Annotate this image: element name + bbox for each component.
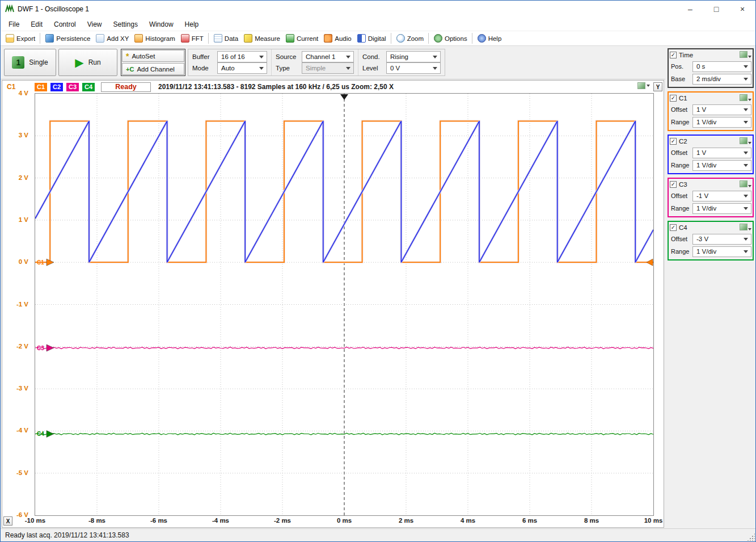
- x-tick-label: -4 ms: [204, 517, 238, 524]
- settings-group: ✓ C4 Offset -3 V Range 1 V/di: [668, 221, 754, 261]
- trigger-level-marker[interactable]: [647, 259, 653, 266]
- close-button[interactable]: ×: [729, 1, 755, 18]
- row-select[interactable]: 0 s: [692, 61, 751, 72]
- row-select[interactable]: 1 V/div: [692, 203, 751, 214]
- group-settings-icon[interactable]: [740, 224, 751, 232]
- toolbar-button[interactable]: Measure: [241, 33, 283, 44]
- menu-item[interactable]: View: [82, 19, 108, 30]
- toolbar-button[interactable]: Options: [428, 33, 470, 44]
- toolbar-label: Current: [297, 35, 318, 42]
- channel-badge[interactable]: C4: [82, 83, 95, 91]
- y-axis-labels: 4 V3 V2 V1 V0 V-1 V-2 V-3 V-4 V-5 V-6 V: [2, 94, 32, 515]
- type-label: Type: [276, 65, 302, 72]
- toolbar-label: Persistence: [56, 35, 90, 42]
- group-settings-icon[interactable]: [740, 94, 751, 103]
- plot-settings-icon[interactable]: [637, 82, 650, 89]
- toolbar-button[interactable]: Persistence: [40, 33, 93, 44]
- run-button[interactable]: ▶ Run: [58, 49, 117, 76]
- checkbox[interactable]: ✓: [670, 181, 677, 188]
- x-tick-label: 4 ms: [451, 517, 485, 524]
- group-settings-icon[interactable]: [740, 180, 751, 189]
- checkbox[interactable]: ✓: [670, 224, 677, 231]
- control-bar: 1 Single ▶ Run * AutoSet +C Add Channel …: [1, 46, 755, 79]
- checkbox[interactable]: ✓: [670, 52, 677, 58]
- add-channel-button[interactable]: +C Add Channel: [122, 63, 184, 75]
- toolbar-button[interactable]: Zoom: [391, 33, 426, 44]
- minimize-button[interactable]: –: [677, 1, 703, 18]
- y-tick-label: -3 V: [16, 385, 28, 392]
- row-label: Pos.: [670, 63, 691, 70]
- row-select[interactable]: 1 V/div: [692, 160, 751, 171]
- row-select[interactable]: 2 ms/div: [692, 74, 751, 85]
- options-icon: [434, 34, 442, 43]
- chevron-down-icon: [747, 56, 751, 58]
- offset-marker-C3[interactable]: [47, 344, 54, 351]
- trigger-position-marker[interactable]: [340, 94, 348, 100]
- toolbar-button[interactable]: Audio: [321, 33, 354, 44]
- toolbar-button[interactable]: FFT: [178, 33, 206, 44]
- toolbar-button[interactable]: Export: [3, 33, 38, 44]
- toolbar-button[interactable]: Data: [208, 33, 241, 44]
- offset-marker-C4[interactable]: [47, 431, 54, 438]
- settings-row: Range 1 V/div: [670, 245, 751, 258]
- add-channel-label: Add Channel: [137, 66, 175, 73]
- row-select[interactable]: 1 V: [692, 148, 751, 158]
- toolbar-button[interactable]: Digital: [354, 33, 389, 44]
- zoom-icon: [396, 34, 405, 43]
- cond-select[interactable]: Rising: [386, 51, 441, 62]
- acquisition-settings: Buffer 16 of 16 Mode Auto Source: [188, 49, 445, 76]
- type-select[interactable]: Simple: [302, 62, 354, 74]
- settings-row: Base 2 ms/div: [670, 73, 751, 85]
- menu-item[interactable]: Edit: [25, 19, 48, 30]
- source-select[interactable]: Channel 1: [302, 51, 354, 62]
- checkbox[interactable]: ✓: [670, 95, 677, 102]
- group-settings-icon[interactable]: [740, 51, 751, 60]
- scope-panel: C1 C1C2C3C4 Ready 2019/11/12 13:41:13.58…: [2, 80, 664, 528]
- level-select[interactable]: 0 V: [386, 62, 441, 74]
- toolbar-button[interactable]: Add XY: [93, 33, 132, 44]
- settings-icon: [740, 137, 747, 144]
- menu-item[interactable]: Help: [179, 19, 205, 30]
- channel-badge[interactable]: C1: [35, 83, 47, 91]
- row-select[interactable]: -1 V: [692, 191, 751, 201]
- y-axis-button[interactable]: Y: [653, 82, 662, 91]
- y-tick-label: 3 V: [19, 132, 28, 138]
- menu-item[interactable]: Settings: [108, 19, 143, 30]
- row-select[interactable]: 1 V/div: [692, 246, 751, 257]
- row-select[interactable]: -3 V: [692, 234, 751, 245]
- single-button[interactable]: 1 Single: [4, 49, 56, 76]
- chevron-down-icon: [646, 85, 650, 87]
- resize-grip[interactable]: [747, 533, 755, 541]
- plot-area[interactable]: C1C3C4: [35, 93, 654, 516]
- chevron-down-icon: [742, 65, 750, 68]
- maximize-button[interactable]: □: [703, 1, 729, 18]
- x-tick-label: -6 ms: [142, 517, 176, 524]
- autoset-icon: *: [126, 52, 129, 61]
- toolbar-button[interactable]: Histogram: [132, 33, 178, 44]
- checkbox[interactable]: ✓: [670, 138, 677, 145]
- mode-select[interactable]: Auto: [217, 62, 267, 74]
- waveform-canvas[interactable]: C1C3C4: [35, 94, 653, 515]
- settings-row: Offset 1 V: [670, 146, 751, 159]
- source-label: Source: [276, 53, 302, 60]
- menu-item[interactable]: Window: [143, 19, 179, 30]
- toolbar-button[interactable]: Help: [472, 33, 505, 44]
- row-select[interactable]: 1 V/div: [692, 117, 751, 128]
- menu-item[interactable]: File: [3, 19, 25, 30]
- toolbar-button[interactable]: Current: [283, 33, 321, 44]
- x-tick-label: -2 ms: [265, 517, 299, 524]
- row-label: Offset: [670, 236, 691, 242]
- data-icon: [214, 34, 222, 43]
- channel-badge[interactable]: C2: [50, 83, 63, 91]
- group-settings-icon[interactable]: [740, 137, 751, 146]
- menu-item[interactable]: Control: [48, 19, 82, 30]
- single-label: Single: [29, 58, 48, 66]
- autoset-button[interactable]: * AutoSet: [122, 50, 184, 62]
- x-axis-button[interactable]: X: [3, 516, 12, 526]
- buffer-select[interactable]: 16 of 16: [217, 51, 267, 62]
- row-select[interactable]: 1 V: [692, 104, 751, 115]
- row-label: Base: [670, 75, 691, 82]
- export-icon: [6, 34, 14, 43]
- group-header: ✓ C2: [670, 136, 751, 146]
- channel-badge[interactable]: C3: [66, 83, 79, 91]
